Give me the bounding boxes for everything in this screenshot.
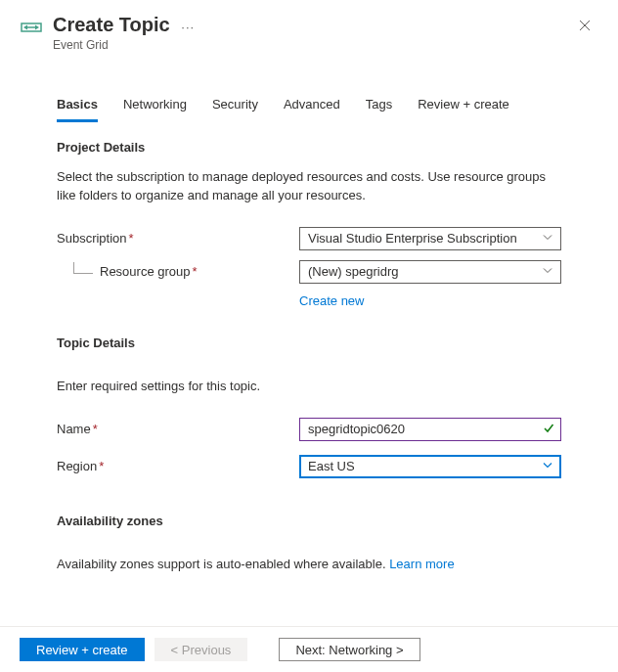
next-button[interactable]: Next: Networking > [279,638,419,661]
subscription-label: Subscription* [57,231,299,246]
resource-group-dropdown[interactable]: (New) spegridrg [299,260,561,284]
more-icon[interactable]: ··· [181,20,195,34]
page-title: Create Topic ··· [53,14,571,36]
name-label: Name* [57,422,299,436]
tab-strip: Basics Networking Security Advanced Tags… [0,91,618,122]
section-availability-zones: Availability zones [57,514,561,528]
svg-marker-3 [23,25,27,30]
availability-desc: Availability zones support is auto-enabl… [57,556,561,574]
section-project-details: Project Details [57,140,561,155]
learn-more-link[interactable]: Learn more [389,557,454,571]
form-body: Project Details Select the subscription … [0,122,618,573]
topic-details-desc: Enter required settings for this topic. [57,378,561,396]
tab-security[interactable]: Security [212,91,258,122]
footer-bar: Review + create < Previous Next: Network… [0,626,618,672]
tab-basics[interactable]: Basics [57,91,98,122]
tab-networking[interactable]: Networking [123,91,187,122]
resource-group-value: (New) spegridrg [308,264,398,279]
blade-header: Create Topic ··· Event Grid [0,0,618,71]
event-grid-icon [20,16,43,39]
region-dropdown[interactable]: East US [299,455,561,478]
page-subtitle: Event Grid [53,38,571,52]
tab-advanced[interactable]: Advanced [284,91,340,122]
tab-tags[interactable]: Tags [366,91,392,122]
region-label: Region* [57,459,299,473]
resource-group-label: Resource group* [57,264,299,279]
section-topic-details: Topic Details [57,336,561,350]
tab-review[interactable]: Review + create [418,91,509,122]
close-button[interactable] [571,14,598,39]
review-create-button[interactable]: Review + create [20,638,145,661]
check-icon [543,422,554,436]
tree-connector-icon [73,262,93,274]
name-input[interactable] [299,418,561,441]
subscription-dropdown[interactable]: Visual Studio Enterprise Subscription [299,227,561,250]
project-details-desc: Select the subscription to manage deploy… [57,168,561,205]
previous-button: < Previous [154,638,248,661]
create-new-link[interactable]: Create new [299,293,364,308]
svg-marker-2 [35,25,39,30]
region-value: East US [308,459,355,473]
subscription-value: Visual Studio Enterprise Subscription [308,231,517,246]
